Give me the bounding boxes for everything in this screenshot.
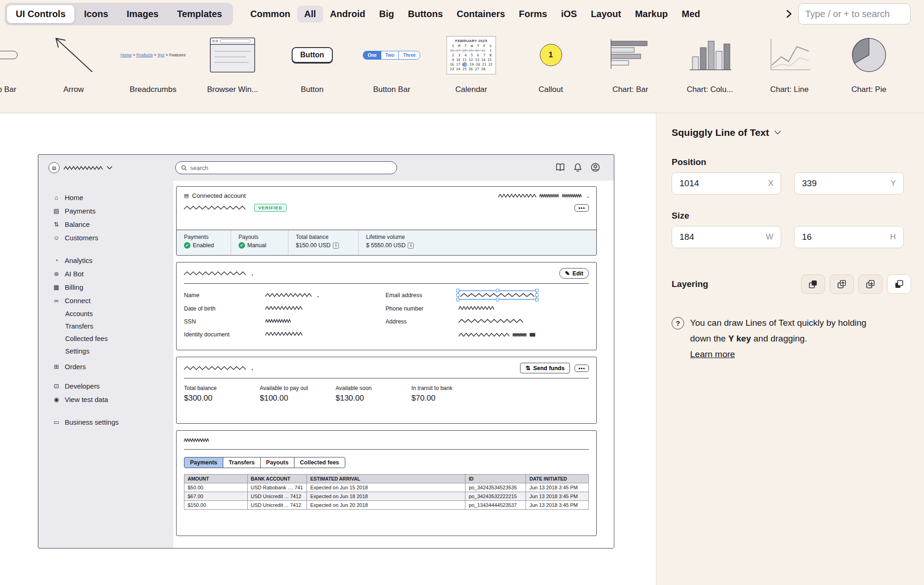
tab-images[interactable]: Images: [118, 5, 167, 23]
mock-nav-analytics[interactable]: ◔Analytics: [52, 254, 173, 267]
docs-book-icon[interactable]: [556, 163, 565, 171]
mock-nav-home[interactable]: ⌂Home: [52, 191, 173, 204]
table-row[interactable]: $67.00 USD Unicredit ... 7412 Expected o…: [184, 492, 589, 501]
mock-logo[interactable]: ▤: [49, 162, 112, 173]
tab-ui-controls[interactable]: UI Controls: [7, 5, 74, 23]
category-buttons[interactable]: Buttons: [401, 6, 450, 23]
mock-nav-customers[interactable]: ☺Customers: [52, 231, 173, 244]
mock-nav-settings[interactable]: Settings: [52, 345, 173, 357]
category-forms[interactable]: Forms: [512, 6, 554, 23]
squiggle-address2-value[interactable]: [459, 332, 509, 337]
profile-avatar-icon[interactable]: [591, 163, 600, 172]
library-search[interactable]: [798, 3, 911, 24]
squiggle-phone-value[interactable]: [459, 305, 494, 311]
selection-handle[interactable]: [456, 289, 459, 292]
category-layout[interactable]: Layout: [584, 6, 628, 23]
palette-item-callout[interactable]: 1 Callout: [516, 28, 586, 113]
info-icon[interactable]: i: [408, 243, 414, 249]
mock-nav-business-settings[interactable]: ▭Business settings: [52, 415, 173, 429]
category-markup[interactable]: Markup: [628, 6, 675, 23]
table-row[interactable]: $150.00 USD Unicredit ... 7412 Expected …: [184, 501, 589, 510]
mock-nav-collected-fees[interactable]: Collected fees: [52, 332, 173, 345]
selection-handle[interactable]: [456, 293, 459, 297]
category-android[interactable]: Android: [323, 6, 373, 23]
mock-nav-accounts[interactable]: Accounts: [52, 307, 173, 320]
library-search-input[interactable]: [805, 9, 904, 19]
category-ios[interactable]: iOS: [554, 6, 584, 23]
categories-overflow-chevron-icon[interactable]: [786, 10, 792, 18]
table-row[interactable]: $50.00 USD Rabobank .... 741 Expected on…: [184, 483, 589, 492]
selected-element-dropdown[interactable]: Squiggly Line of Text: [672, 127, 911, 138]
wireframe-dashboard-mockup[interactable]: ▤ ⌂Home ▤Payments ⇅Balance ☺Customers ◔A…: [38, 154, 614, 548]
tab-payments[interactable]: Payments: [184, 457, 223, 468]
mock-nav-view-test-data[interactable]: ◉View test data: [52, 393, 173, 406]
selection-handle[interactable]: [535, 298, 538, 301]
mock-nav-orders[interactable]: ⊞Orders: [52, 360, 173, 373]
mock-nav-ai-bot[interactable]: ⊛AI Bot: [52, 267, 173, 280]
design-canvas[interactable]: ▤ ⌂Home ▤Payments ⇅Balance ☺Customers ◔A…: [0, 114, 656, 585]
mock-nav-billing[interactable]: ▦Billing: [52, 280, 173, 294]
palette-item-button[interactable]: Button Button: [277, 28, 347, 113]
squiggle-header-right[interactable]: .: [498, 192, 589, 199]
payouts-card[interactable]: Payments Transfers Payouts Collected fee…: [176, 430, 597, 536]
palette-item-calendar[interactable]: FEBRUARY 2025 S M T W T F S 26 27 28 29 …: [436, 28, 506, 113]
squiggle-card-title[interactable]: [184, 366, 246, 371]
size-height-input[interactable]: [802, 232, 871, 242]
selection-handle[interactable]: [535, 289, 538, 292]
palette-item-app-bar[interactable]: App Bar: [0, 28, 29, 113]
tab-templates[interactable]: Templates: [168, 5, 231, 23]
category-common[interactable]: Common: [243, 6, 297, 23]
position-y-input[interactable]: [802, 178, 871, 189]
mock-nav-balance[interactable]: ⇅Balance: [52, 218, 173, 231]
squiggle-name-value[interactable]: [265, 292, 312, 298]
mock-search-input[interactable]: [190, 165, 391, 171]
palette-item-chart-column[interactable]: Chart: Colu...: [675, 28, 745, 113]
size-width-field[interactable]: W: [672, 226, 781, 248]
squiggle-card-title[interactable]: [184, 438, 209, 443]
squiggle-ssn-value[interactable]: [265, 318, 291, 323]
bring-forward-button[interactable]: [801, 274, 825, 294]
position-y-field[interactable]: Y: [794, 172, 904, 195]
palette-item-chart-line[interactable]: Chart: Line: [755, 28, 824, 113]
squiggle-dob-value[interactable]: [265, 305, 302, 311]
category-big[interactable]: Big: [372, 6, 401, 23]
send-to-back-button[interactable]: [887, 274, 911, 294]
tab-icons[interactable]: Icons: [75, 5, 117, 23]
bring-to-front-button[interactable]: [830, 274, 854, 294]
overflow-menu-button[interactable]: •••: [575, 365, 589, 372]
connected-account-card[interactable]: ▤ Connected account . VE: [176, 186, 597, 256]
palette-item-chart-pie[interactable]: Chart: Pie: [834, 28, 904, 113]
send-funds-button[interactable]: ⇅Send funds: [520, 363, 570, 373]
selection-handle[interactable]: [535, 293, 538, 297]
size-width-input[interactable]: [679, 232, 749, 242]
squiggle-address2-value[interactable]: [513, 332, 526, 337]
mock-nav-transfers[interactable]: Transfers: [52, 320, 173, 332]
selection-handle[interactable]: [496, 298, 499, 301]
palette-item-button-bar[interactable]: One Two Three Button Bar: [357, 28, 426, 113]
position-x-field[interactable]: X: [672, 172, 781, 195]
send-backward-button[interactable]: [858, 274, 882, 294]
palette-item-chart-bar[interactable]: Chart: Bar: [596, 28, 665, 113]
category-all[interactable]: All: [297, 6, 323, 23]
balance-card[interactable]: . ⇅Send funds ••• Total balance $300.00 …: [176, 357, 597, 424]
info-icon[interactable]: i: [333, 243, 339, 249]
palette-item-browser-window[interactable]: Browser Win...: [198, 28, 267, 113]
mock-nav-payments[interactable]: ▤Payments: [52, 204, 173, 218]
category-media-truncated[interactable]: Med: [675, 6, 707, 23]
squiggle-account-name[interactable]: [184, 205, 245, 210]
squiggle-identity-value[interactable]: [265, 331, 302, 336]
learn-more-link[interactable]: Learn more: [690, 347, 735, 362]
account-details-card[interactable]: . ✎Edit Name . Email address: [176, 262, 597, 350]
tab-transfers[interactable]: Transfers: [223, 457, 261, 468]
mock-search-field[interactable]: [175, 161, 397, 174]
edit-button[interactable]: ✎Edit: [559, 268, 589, 279]
notifications-bell-icon[interactable]: [574, 163, 582, 172]
overflow-menu-button[interactable]: •••: [575, 204, 589, 212]
mock-nav-connect[interactable]: ∞Connect: [52, 294, 173, 307]
selection-handle[interactable]: [456, 298, 459, 301]
size-height-field[interactable]: H: [794, 226, 904, 248]
tab-payouts[interactable]: Payouts: [260, 457, 295, 468]
position-x-input[interactable]: [679, 178, 749, 189]
mock-nav-developers[interactable]: ⊡Developers: [52, 379, 173, 393]
palette-item-arrow[interactable]: Arrow: [39, 28, 108, 113]
